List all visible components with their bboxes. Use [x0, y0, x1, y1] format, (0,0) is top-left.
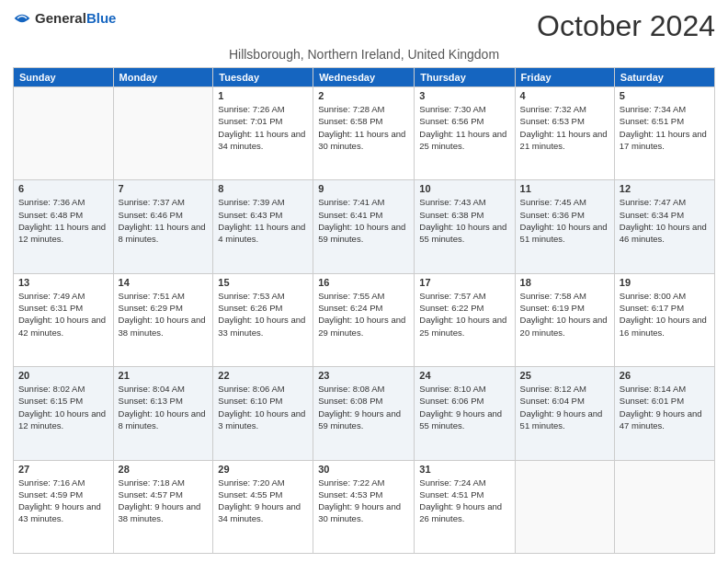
header-tuesday: Tuesday [213, 68, 313, 87]
sunset: Sunset: 6:06 PM [419, 396, 483, 406]
day-number: 19 [620, 277, 710, 288]
sunrise: Sunrise: 7:28 AM [318, 104, 384, 114]
day-number: 12 [620, 183, 710, 194]
sunset: Sunset: 6:15 PM [18, 396, 83, 406]
cell-4-0: 27 Sunrise: 7:16 AM Sunset: 4:59 PM Dayl… [14, 460, 114, 553]
day-info: Sunrise: 7:57 AM Sunset: 6:22 PM Dayligh… [419, 290, 509, 339]
sunrise: Sunrise: 7:57 AM [419, 291, 485, 301]
cell-4-6 [614, 460, 714, 553]
daylight: Daylight: 9 hours and 43 minutes. [18, 501, 101, 523]
logo-text: GeneralBlue [35, 10, 116, 27]
cell-3-3: 23 Sunrise: 8:08 AM Sunset: 6:08 PM Dayl… [313, 367, 415, 460]
day-number: 5 [620, 90, 710, 101]
cell-1-5: 11 Sunrise: 7:45 AM Sunset: 6:36 PM Dayl… [515, 180, 614, 273]
sunrise: Sunrise: 8:08 AM [318, 384, 384, 394]
cell-3-1: 21 Sunrise: 8:04 AM Sunset: 6:13 PM Dayl… [113, 367, 213, 460]
cell-4-1: 28 Sunrise: 7:18 AM Sunset: 4:57 PM Dayl… [113, 460, 213, 553]
sunrise: Sunrise: 7:36 AM [18, 197, 85, 207]
daylight: Daylight: 10 hours and 46 minutes. [620, 222, 707, 244]
daylight: Daylight: 9 hours and 26 minutes. [419, 501, 502, 523]
day-info: Sunrise: 7:26 AM Sunset: 7:01 PM Dayligh… [218, 103, 308, 152]
sunset: Sunset: 6:26 PM [218, 303, 282, 313]
sunset: Sunset: 6:41 PM [318, 210, 382, 220]
day-info: Sunrise: 7:37 AM Sunset: 6:46 PM Dayligh… [119, 196, 209, 245]
sunrise: Sunrise: 7:18 AM [119, 477, 185, 488]
header-monday: Monday [113, 68, 213, 87]
sunset: Sunset: 6:08 PM [318, 396, 382, 406]
daylight: Daylight: 9 hours and 38 minutes. [119, 501, 201, 523]
cell-0-2: 1 Sunrise: 7:26 AM Sunset: 7:01 PM Dayli… [213, 87, 313, 180]
day-info: Sunrise: 7:58 AM Sunset: 6:19 PM Dayligh… [520, 290, 609, 339]
sunrise: Sunrise: 7:53 AM [218, 291, 284, 301]
sunrise: Sunrise: 8:00 AM [620, 291, 686, 301]
sunrise: Sunrise: 7:41 AM [318, 197, 384, 207]
cell-2-2: 15 Sunrise: 7:53 AM Sunset: 6:26 PM Dayl… [213, 273, 313, 366]
daylight: Daylight: 11 hours and 17 minutes. [620, 129, 707, 151]
day-number: 2 [318, 90, 409, 101]
header-friday: Friday [515, 68, 614, 87]
sunrise: Sunrise: 7:51 AM [119, 291, 185, 301]
sunset: Sunset: 6:58 PM [318, 116, 382, 126]
day-number: 21 [119, 370, 209, 381]
cell-2-4: 17 Sunrise: 7:57 AM Sunset: 6:22 PM Dayl… [415, 273, 515, 366]
sunset: Sunset: 7:01 PM [218, 116, 282, 126]
day-number: 13 [18, 277, 108, 288]
logo: GeneralBlue [13, 9, 116, 28]
sunset: Sunset: 6:10 PM [218, 396, 282, 406]
week-row-1: 6 Sunrise: 7:36 AM Sunset: 6:48 PM Dayli… [14, 180, 715, 273]
sunrise: Sunrise: 7:20 AM [218, 477, 284, 488]
sunset: Sunset: 6:04 PM [520, 396, 585, 406]
sunset: Sunset: 6:31 PM [18, 303, 83, 313]
weekday-header-row: Sunday Monday Tuesday Wednesday Thursday… [14, 68, 715, 87]
daylight: Daylight: 10 hours and 51 minutes. [520, 222, 608, 244]
daylight: Daylight: 10 hours and 12 minutes. [18, 408, 106, 431]
week-row-2: 13 Sunrise: 7:49 AM Sunset: 6:31 PM Dayl… [14, 273, 715, 366]
cell-1-4: 10 Sunrise: 7:43 AM Sunset: 6:38 PM Dayl… [415, 180, 515, 273]
sunset: Sunset: 6:48 PM [18, 210, 83, 220]
daylight: Daylight: 10 hours and 3 minutes. [218, 408, 305, 431]
day-info: Sunrise: 8:04 AM Sunset: 6:13 PM Dayligh… [119, 383, 209, 431]
day-info: Sunrise: 7:32 AM Sunset: 6:53 PM Dayligh… [520, 103, 609, 152]
cell-3-0: 20 Sunrise: 8:02 AM Sunset: 6:15 PM Dayl… [14, 367, 114, 460]
sunset: Sunset: 4:51 PM [419, 489, 483, 500]
sunset: Sunset: 6:51 PM [620, 116, 684, 126]
day-info: Sunrise: 8:12 AM Sunset: 6:04 PM Dayligh… [520, 383, 609, 431]
cell-0-0 [14, 87, 114, 180]
day-info: Sunrise: 7:34 AM Sunset: 6:51 PM Dayligh… [620, 103, 710, 152]
day-info: Sunrise: 7:16 AM Sunset: 4:59 PM Dayligh… [18, 477, 108, 525]
sunrise: Sunrise: 8:04 AM [119, 384, 185, 394]
day-info: Sunrise: 7:55 AM Sunset: 6:24 PM Dayligh… [318, 290, 409, 339]
day-info: Sunrise: 7:28 AM Sunset: 6:58 PM Dayligh… [318, 103, 409, 152]
sunset: Sunset: 4:57 PM [119, 489, 183, 500]
sunrise: Sunrise: 7:49 AM [18, 291, 85, 301]
day-number: 16 [318, 277, 409, 288]
day-info: Sunrise: 8:00 AM Sunset: 6:17 PM Dayligh… [620, 290, 710, 339]
week-row-0: 1 Sunrise: 7:26 AM Sunset: 7:01 PM Dayli… [14, 87, 715, 180]
cell-0-3: 2 Sunrise: 7:28 AM Sunset: 6:58 PM Dayli… [313, 87, 415, 180]
calendar-table: Sunday Monday Tuesday Wednesday Thursday… [13, 67, 715, 554]
daylight: Daylight: 10 hours and 20 minutes. [520, 315, 608, 337]
daylight: Daylight: 10 hours and 25 minutes. [419, 315, 506, 337]
day-number: 29 [218, 464, 308, 475]
day-info: Sunrise: 7:47 AM Sunset: 6:34 PM Dayligh… [620, 196, 710, 245]
day-info: Sunrise: 7:36 AM Sunset: 6:48 PM Dayligh… [18, 196, 108, 245]
day-number: 10 [419, 183, 509, 194]
cell-2-6: 19 Sunrise: 8:00 AM Sunset: 6:17 PM Dayl… [614, 273, 714, 366]
sunrise: Sunrise: 7:32 AM [520, 104, 586, 114]
sunrise: Sunrise: 7:45 AM [520, 197, 586, 207]
day-number: 17 [419, 277, 509, 288]
day-number: 24 [419, 370, 509, 381]
day-info: Sunrise: 8:02 AM Sunset: 6:15 PM Dayligh… [18, 383, 108, 431]
title-area: October 2024 [537, 9, 715, 43]
day-info: Sunrise: 8:06 AM Sunset: 6:10 PM Dayligh… [218, 383, 308, 431]
header-wednesday: Wednesday [313, 68, 415, 87]
day-number: 4 [520, 90, 609, 101]
day-info: Sunrise: 7:41 AM Sunset: 6:41 PM Dayligh… [318, 196, 409, 245]
sunset: Sunset: 6:56 PM [419, 116, 483, 126]
sunset: Sunset: 6:43 PM [218, 210, 282, 220]
daylight: Daylight: 11 hours and 4 minutes. [218, 222, 305, 244]
day-info: Sunrise: 8:14 AM Sunset: 6:01 PM Dayligh… [620, 383, 710, 431]
sunrise: Sunrise: 7:37 AM [119, 197, 185, 207]
day-info: Sunrise: 7:18 AM Sunset: 4:57 PM Dayligh… [119, 477, 209, 525]
cell-3-5: 25 Sunrise: 8:12 AM Sunset: 6:04 PM Dayl… [515, 367, 614, 460]
